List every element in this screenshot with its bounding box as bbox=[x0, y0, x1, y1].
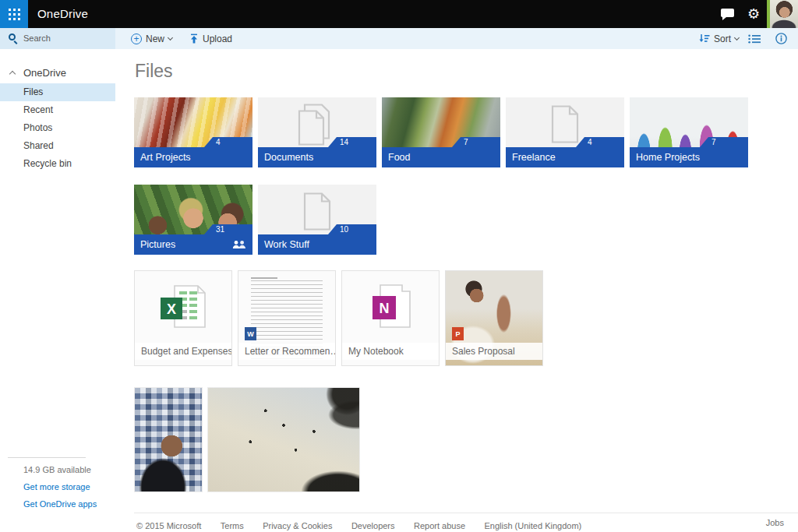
chevron-down-icon bbox=[168, 34, 173, 40]
folder-name: Work Stuff bbox=[264, 234, 309, 255]
folder-tile-work-stuff[interactable]: 10 Work Stuff bbox=[258, 185, 376, 255]
powerpoint-file-icon: P bbox=[452, 327, 464, 340]
folder-name: Freelance bbox=[512, 147, 556, 167]
excel-file-icon: X bbox=[135, 284, 231, 330]
file-label-band: Sales Proposal bbox=[446, 343, 542, 360]
folder-name: Home Projects bbox=[636, 147, 700, 167]
sidebar-item-photos[interactable]: Photos bbox=[0, 119, 115, 137]
sort-button-label: Sort bbox=[714, 33, 731, 44]
onedrive-app: OneDrive ⚙ Search + New Upload bbox=[0, 0, 798, 532]
folder-tile-pictures[interactable]: 31 Pictures bbox=[134, 185, 252, 255]
folder-count: 7 bbox=[711, 137, 716, 147]
folder-tile-food[interactable]: 7 Food bbox=[382, 97, 500, 167]
word-file-icon: W bbox=[245, 327, 256, 340]
gear-icon: ⚙ bbox=[747, 6, 760, 22]
svg-text:X: X bbox=[167, 301, 176, 317]
page-icon bbox=[300, 192, 334, 231]
file-tile-letter-of-recommendation[interactable]: W Letter or Recommen… bbox=[238, 270, 336, 366]
command-toolbar: Search + New Upload Sort bbox=[0, 28, 798, 49]
svg-text:N: N bbox=[380, 301, 390, 316]
search-input[interactable]: Search bbox=[0, 28, 115, 49]
folder-label-bar: Pictures bbox=[134, 234, 252, 255]
upload-arrow-icon bbox=[189, 33, 199, 44]
info-icon bbox=[775, 32, 788, 45]
file-name: Budget and Expenses bbox=[141, 343, 231, 360]
chat-button[interactable] bbox=[713, 0, 741, 28]
photo-tile-man-mosaic-wall[interactable] bbox=[134, 387, 203, 492]
upload-button-label: Upload bbox=[203, 33, 232, 44]
app-launcher-button[interactable] bbox=[0, 0, 28, 28]
file-name: Letter or Recommen… bbox=[245, 343, 335, 360]
file-name: My Notebook bbox=[348, 343, 439, 360]
folder-tile-freelance[interactable]: 4 Freelance bbox=[506, 97, 624, 167]
app-title: OneDrive bbox=[37, 0, 88, 28]
sidebar-item-shared[interactable]: Shared bbox=[0, 137, 115, 155]
search-placeholder: Search bbox=[23, 28, 51, 49]
sidebar: OneDrive Files Recent Photos Shared Recy… bbox=[0, 49, 115, 532]
footer-language-selector[interactable]: English (United Kingdom) bbox=[484, 521, 581, 530]
get-onedrive-apps-link[interactable]: Get OneDrive apps bbox=[23, 499, 97, 509]
folder-count: 4 bbox=[588, 137, 592, 147]
folder-count: 14 bbox=[340, 137, 348, 147]
upload-button[interactable]: Upload bbox=[189, 28, 232, 49]
file-label-band: My Notebook bbox=[342, 343, 439, 360]
sidebar-item-files[interactable]: Files bbox=[0, 83, 115, 101]
chevron-up-icon bbox=[9, 71, 16, 77]
file-label-band: Budget and Expenses bbox=[135, 343, 231, 360]
footer-link-developers[interactable]: Developers bbox=[351, 521, 395, 530]
file-tile-sales-proposal[interactable]: P Sales Proposal bbox=[445, 270, 543, 366]
folder-label-bar: Home Projects bbox=[630, 147, 748, 167]
folder-label-bar: Work Stuff bbox=[258, 234, 376, 255]
chat-bubble-icon bbox=[721, 9, 734, 17]
list-view-icon bbox=[748, 34, 761, 44]
footer-link-terms[interactable]: Terms bbox=[221, 521, 244, 530]
folder-label-bar: Art Projects bbox=[134, 147, 252, 167]
folder-name: Art Projects bbox=[140, 147, 191, 167]
file-label-band: Letter or Recommen… bbox=[238, 343, 335, 360]
folder-label-bar: Documents bbox=[258, 147, 376, 167]
folder-count: 31 bbox=[216, 224, 224, 234]
shared-people-icon bbox=[231, 240, 246, 249]
waffle-icon bbox=[9, 9, 11, 11]
folder-tile-documents[interactable]: 14 Documents bbox=[258, 97, 376, 167]
user-avatar[interactable] bbox=[767, 0, 798, 28]
info-button[interactable] bbox=[773, 28, 789, 49]
photo-tile-palm-trees-birds[interactable] bbox=[207, 387, 360, 492]
file-name: Sales Proposal bbox=[452, 343, 542, 360]
footer: © 2015 Microsoft Terms Privacy & Cookies… bbox=[134, 513, 798, 532]
footer-link-privacy-cookies[interactable]: Privacy & Cookies bbox=[263, 521, 332, 530]
folder-count: 7 bbox=[464, 137, 468, 147]
new-button[interactable]: + New bbox=[131, 28, 172, 49]
chevron-down-icon bbox=[734, 34, 740, 40]
new-button-label: New bbox=[146, 33, 164, 44]
folder-tile-home-projects[interactable]: 7 Home Projects bbox=[630, 97, 748, 167]
sidebar-item-recycle-bin[interactable]: Recycle bin bbox=[0, 155, 115, 173]
footer-link-jobs[interactable]: Jobs bbox=[766, 518, 784, 527]
storage-divider bbox=[8, 457, 86, 458]
folder-label-bar: Freelance bbox=[506, 147, 624, 167]
sidebar-item-recent[interactable]: Recent bbox=[0, 101, 115, 119]
file-tile-my-notebook[interactable]: N My Notebook bbox=[341, 270, 440, 366]
file-tile-budget-and-expenses[interactable]: X Budget and Expenses bbox=[134, 270, 232, 366]
folder-name: Documents bbox=[264, 147, 313, 167]
footer-links: © 2015 Microsoft Terms Privacy & Cookies… bbox=[136, 518, 597, 532]
get-more-storage-link[interactable]: Get more storage bbox=[23, 482, 90, 491]
top-bar: OneDrive ⚙ bbox=[0, 0, 798, 28]
sidebar-header-onedrive[interactable]: OneDrive bbox=[0, 65, 115, 82]
onenote-file-icon: N bbox=[342, 284, 439, 330]
two-pages-icon bbox=[297, 104, 337, 146]
page-title: Files bbox=[135, 61, 173, 82]
plus-circle-icon: + bbox=[131, 33, 142, 44]
folder-count: 10 bbox=[340, 224, 348, 234]
settings-button[interactable]: ⚙ bbox=[740, 0, 767, 28]
sort-button[interactable]: Sort bbox=[699, 28, 739, 49]
footer-copyright: © 2015 Microsoft bbox=[136, 521, 201, 530]
view-list-button[interactable] bbox=[747, 28, 762, 49]
folder-tile-art-projects[interactable]: 4 Art Projects bbox=[134, 97, 252, 167]
storage-available-label: 14.9 GB available bbox=[23, 465, 91, 474]
footer-link-report-abuse[interactable]: Report abuse bbox=[414, 521, 465, 530]
sort-icon bbox=[699, 33, 710, 44]
sidebar-header-label: OneDrive bbox=[23, 65, 66, 82]
folder-label-bar: Food bbox=[382, 147, 500, 167]
folder-name: Food bbox=[388, 147, 411, 167]
